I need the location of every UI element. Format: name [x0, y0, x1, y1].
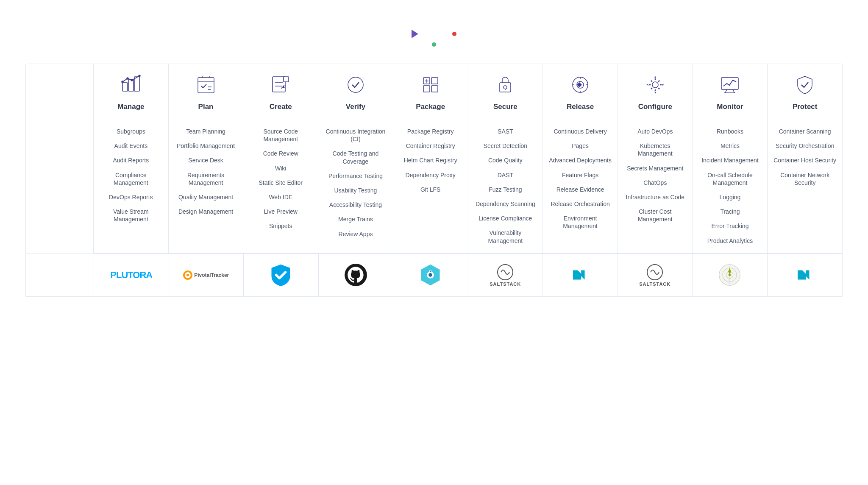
- logo-cell-package: [393, 254, 468, 296]
- col-header-release: Release: [543, 64, 618, 119]
- svg-rect-21: [423, 86, 430, 92]
- svg-rect-14: [284, 77, 289, 82]
- list-item: Secret Detection: [484, 142, 528, 150]
- list-item: Code Quality: [488, 156, 523, 164]
- compare-label: [26, 254, 94, 296]
- list-item: Auto DevOps: [637, 128, 673, 135]
- list-item: Source Code Management: [248, 128, 314, 143]
- svg-line-32: [725, 89, 727, 93]
- list-item: Environment Management: [547, 215, 613, 230]
- svg-rect-22: [431, 86, 438, 92]
- svg-rect-2: [134, 77, 139, 91]
- list-item: Quality Management: [178, 193, 233, 201]
- col-title-create: Create: [270, 103, 292, 111]
- header-section: [25, 17, 843, 64]
- column-manage: Manage SubgroupsAudit EventsAudit Report…: [94, 64, 169, 254]
- logo-cell-configure: SALTSTACK: [618, 254, 693, 296]
- col-title-configure: Configure: [638, 103, 672, 111]
- col-icon-verify: [345, 74, 366, 98]
- saltstack-logo: SALTSTACK: [490, 264, 521, 287]
- col-items-release: Continuous DeliveryPagesAdvanced Deploym…: [543, 119, 618, 254]
- list-item: Security Orchestration: [776, 142, 835, 150]
- col-icon-protect: [794, 74, 815, 98]
- col-title-release: Release: [567, 103, 594, 111]
- list-item: Release Evidence: [556, 186, 604, 193]
- list-item: Container Host Security: [773, 156, 836, 164]
- list-item: License Compliance: [479, 215, 532, 222]
- col-title-protect: Protect: [793, 103, 818, 111]
- list-item: Value Stream Management: [98, 208, 164, 223]
- columns-wrapper: Manage SubgroupsAudit EventsAudit Report…: [94, 64, 842, 254]
- github-logo: [344, 263, 367, 287]
- list-item: Helm Chart Registry: [404, 156, 457, 164]
- list-item: Review Apps: [338, 230, 373, 238]
- list-item: Design Management: [178, 208, 233, 215]
- list-item: Snippets: [269, 222, 292, 230]
- red-dot: [452, 32, 456, 36]
- col-title-secure: Secure: [493, 103, 517, 111]
- list-item: Runbooks: [717, 128, 743, 135]
- svg-line-33: [733, 89, 734, 93]
- list-item: On-call Schedule Management: [697, 171, 763, 187]
- list-item: Metrics: [721, 142, 740, 150]
- col-icon-manage: [120, 74, 142, 98]
- list-item: Code Review: [263, 150, 298, 157]
- page-container: Manage SubgroupsAudit EventsAudit Report…: [0, 0, 868, 314]
- list-item: Kubernetes Management: [622, 142, 688, 157]
- list-item: Accessibility Testing: [329, 201, 382, 209]
- list-item: Error Tracking: [712, 222, 749, 230]
- list-item: Tracing: [720, 208, 740, 215]
- col-icon-plan: [195, 74, 217, 98]
- list-item: Subgroups: [117, 128, 145, 135]
- list-item: Advanced Deployments: [549, 156, 612, 164]
- logo-cell-release: [543, 254, 618, 296]
- list-item: SAST: [498, 128, 513, 135]
- list-item: Compliance Management: [98, 171, 164, 187]
- col-header-manage: Manage: [94, 64, 168, 119]
- list-item: Vulnerability Management: [473, 229, 539, 244]
- logo-cell-plan: PivotalTracker: [169, 254, 244, 296]
- list-item: Live Preview: [264, 208, 298, 215]
- svg-rect-0: [122, 83, 128, 91]
- col-header-protect: Protect: [768, 64, 842, 119]
- list-item: Package Registry: [407, 128, 454, 135]
- column-protect: Protect Container ScanningSecurity Orche…: [768, 64, 842, 254]
- svg-rect-20: [431, 78, 438, 84]
- saltstack2-logo: SALTSTACK: [639, 264, 670, 287]
- col-title-plan: Plan: [198, 103, 214, 111]
- list-item: Continuous Integration (CI): [323, 128, 389, 143]
- svg-point-26: [504, 86, 507, 89]
- list-item: Secrets Management: [627, 164, 683, 172]
- col-title-manage: Manage: [117, 103, 144, 111]
- svg-rect-31: [721, 78, 738, 89]
- logo-cell-manage: PLUTORA: [94, 254, 169, 296]
- main-grid: Manage SubgroupsAudit EventsAudit Report…: [25, 64, 843, 297]
- svg-point-30: [652, 82, 658, 88]
- list-item: Team Planning: [186, 128, 225, 135]
- col-icon-configure: [645, 74, 666, 98]
- list-item: Requirements Management: [173, 171, 239, 187]
- decorative-elements: [25, 30, 843, 38]
- compare-row: PLUTORA PivotalTracker: [26, 254, 842, 297]
- column-package: Package Package RegistryContainer Regist…: [393, 64, 468, 254]
- list-item: Code Testing and Coverage: [323, 150, 389, 165]
- column-monitor: Monitor RunbooksMetricsIncident Manageme…: [693, 64, 768, 254]
- logo-cell-monitor: [693, 254, 768, 296]
- col-icon-monitor: [719, 74, 740, 98]
- col-icon-package: [420, 74, 441, 98]
- plutora-logo: PLUTORA: [110, 270, 152, 281]
- col-icon-create: [270, 74, 291, 98]
- col-items-package: Package RegistryContainer RegistryHelm C…: [393, 119, 468, 254]
- svg-point-4: [127, 78, 128, 79]
- pivotal-logo: PivotalTracker: [183, 270, 229, 280]
- list-item: Dependency Scanning: [476, 200, 535, 208]
- dynatrace-logo: [718, 263, 741, 287]
- col-header-secure: Secure: [468, 64, 543, 119]
- column-verify: Verify Continuous Integration (CI)Code T…: [318, 64, 393, 254]
- list-item: DAST: [498, 171, 513, 179]
- col-icon-secure: [495, 74, 516, 98]
- adblock-logo: [269, 263, 292, 287]
- list-item: Release Orchestration: [551, 200, 609, 208]
- col-icon-release: [570, 74, 591, 98]
- col-header-verify: Verify: [318, 64, 393, 119]
